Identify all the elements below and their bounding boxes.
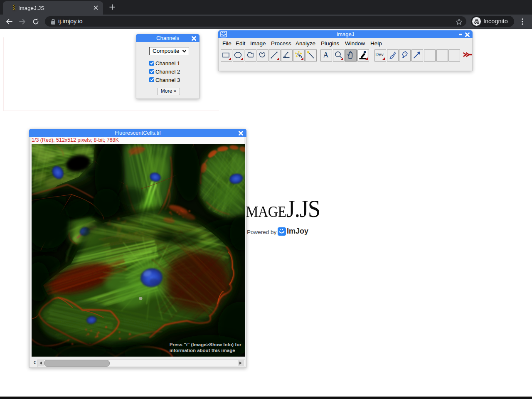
svg-text:information about this image: information about this image	[170, 348, 235, 353]
svg-text:Press "i" (Image>Show Info) fo: Press "i" (Image>Show Info) for	[170, 342, 242, 347]
svg-text:A: A	[323, 51, 329, 59]
svg-text:Dev: Dev	[375, 52, 384, 57]
